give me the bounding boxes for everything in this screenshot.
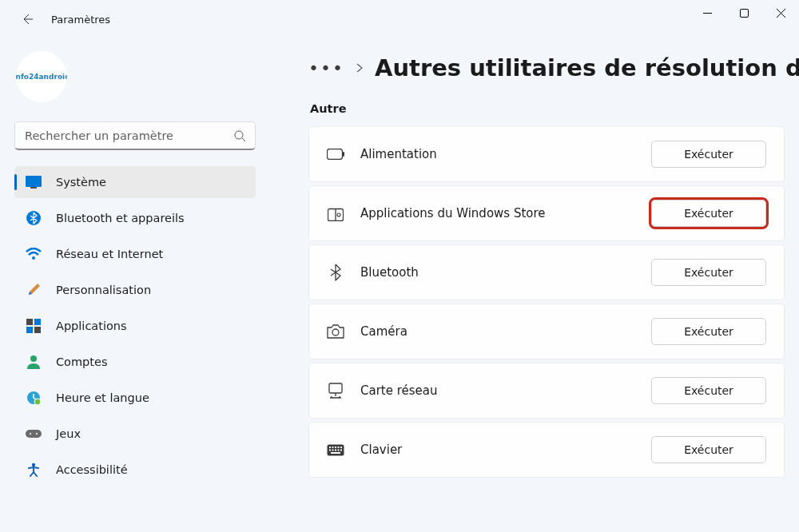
account-icon — [26, 354, 42, 370]
svg-point-14 — [30, 433, 31, 435]
nav: Système Bluetooth et appareils Réseau et… — [14, 166, 256, 490]
search-icon — [233, 129, 246, 142]
troubleshooter-list: Alimentation Exécuter Applications du Wi… — [308, 126, 785, 478]
arrow-left-icon — [21, 13, 34, 26]
troubleshooter-label: Bluetooth — [360, 265, 651, 280]
troubleshooter-bluetooth[interactable]: Bluetooth Exécuter — [308, 244, 785, 300]
time-icon — [26, 390, 42, 406]
execute-button[interactable]: Exécuter — [651, 200, 766, 227]
minimize-button[interactable] — [689, 0, 725, 26]
svg-rect-0 — [740, 9, 748, 17]
svg-point-21 — [332, 329, 339, 335]
svg-rect-8 — [26, 327, 33, 333]
svg-rect-7 — [34, 319, 41, 325]
nav-item-label: Réseau et Internet — [56, 248, 163, 260]
svg-rect-13 — [26, 430, 42, 438]
nav-item-personalization[interactable]: Personnalisation — [14, 274, 256, 306]
avatar[interactable]: info24android — [16, 51, 67, 102]
network-card-icon — [327, 382, 344, 399]
breadcrumb-more[interactable]: ••• — [308, 58, 344, 78]
svg-point-10 — [30, 355, 37, 362]
svg-rect-26 — [335, 447, 336, 448]
app-title: Paramètres — [51, 14, 110, 26]
back-button[interactable] — [19, 11, 35, 27]
execute-button[interactable]: Exécuter — [651, 377, 766, 404]
nav-item-label: Personnalisation — [56, 284, 151, 296]
execute-button[interactable]: Exécuter — [651, 436, 766, 463]
search-input[interactable] — [14, 121, 256, 150]
svg-point-5 — [32, 256, 35, 260]
nav-item-bluetooth[interactable]: Bluetooth et appareils — [14, 202, 256, 234]
minimize-icon — [703, 9, 712, 18]
nav-item-label: Applications — [56, 320, 127, 332]
games-icon — [26, 426, 42, 442]
nav-item-apps[interactable]: Applications — [14, 310, 256, 342]
svg-point-15 — [36, 433, 38, 435]
svg-point-20 — [337, 213, 340, 216]
nav-item-accessibility[interactable]: Accessibilité — [14, 454, 256, 486]
svg-point-12 — [34, 399, 41, 405]
sidebar: info24android Système Bluetooth et appar… — [0, 38, 264, 532]
chevron-right-icon — [356, 63, 364, 73]
camera-icon — [327, 323, 344, 340]
troubleshooter-power[interactable]: Alimentation Exécuter — [308, 126, 785, 182]
nav-item-network[interactable]: Réseau et Internet — [14, 238, 256, 270]
avatar-text: info24android — [16, 73, 67, 81]
close-button[interactable] — [762, 0, 799, 26]
svg-rect-29 — [329, 449, 331, 451]
svg-rect-31 — [335, 449, 336, 451]
troubleshooter-label: Carte réseau — [360, 383, 651, 398]
svg-rect-9 — [34, 327, 41, 333]
apps-icon — [26, 318, 42, 334]
troubleshooter-keyboard[interactable]: Clavier Exécuter — [308, 422, 785, 478]
nav-item-label: Heure et langue — [56, 391, 149, 404]
close-icon — [777, 9, 785, 18]
svg-rect-25 — [332, 447, 334, 448]
svg-rect-28 — [340, 447, 342, 448]
execute-button[interactable]: Exécuter — [651, 318, 766, 345]
svg-rect-32 — [338, 449, 340, 451]
svg-rect-17 — [328, 149, 343, 160]
svg-rect-33 — [340, 449, 342, 451]
svg-rect-30 — [332, 449, 334, 451]
troubleshooter-windows-store-apps[interactable]: Applications du Windows Store Exécuter — [308, 185, 785, 241]
svg-rect-18 — [343, 152, 344, 157]
troubleshooter-camera[interactable]: Caméra Exécuter — [308, 304, 785, 359]
svg-point-1 — [235, 131, 243, 139]
troubleshooter-label: Alimentation — [360, 147, 651, 161]
svg-rect-27 — [338, 447, 340, 448]
execute-button[interactable]: Exécuter — [651, 141, 766, 168]
section-title: Autre — [310, 102, 799, 115]
nav-item-label: Bluetooth et appareils — [56, 212, 185, 224]
troubleshooter-label: Caméra — [360, 324, 651, 339]
execute-button[interactable]: Exécuter — [651, 259, 766, 286]
nav-item-time-language[interactable]: Heure et langue — [14, 382, 256, 414]
nav-item-label: Système — [56, 176, 106, 189]
nav-item-system[interactable]: Système — [14, 166, 256, 198]
troubleshooter-network-adapter[interactable]: Carte réseau Exécuter — [308, 363, 785, 419]
bluetooth-outline-icon — [327, 264, 344, 281]
svg-rect-34 — [331, 452, 340, 454]
keyboard-icon — [327, 441, 344, 459]
battery-icon — [327, 145, 344, 163]
page-title: Autres utilitaires de résolution des pro… — [375, 54, 799, 81]
svg-rect-6 — [26, 319, 33, 325]
main-content: ••• Autres utilitaires de résolution des… — [264, 38, 799, 532]
bluetooth-icon — [26, 210, 42, 226]
svg-rect-22 — [329, 383, 342, 393]
nav-item-label: Accessibilité — [56, 463, 128, 476]
svg-rect-24 — [329, 447, 331, 448]
svg-rect-3 — [30, 187, 37, 189]
nav-item-label: Jeux — [56, 427, 81, 440]
troubleshooter-label: Applications du Windows Store — [360, 206, 651, 220]
display-icon — [26, 174, 42, 190]
brush-icon — [26, 282, 42, 298]
store-icon — [327, 204, 344, 222]
nav-item-accounts[interactable]: Comptes — [14, 346, 256, 378]
maximize-icon — [740, 9, 749, 18]
accessibility-icon — [26, 462, 42, 478]
troubleshooter-label: Clavier — [360, 443, 651, 457]
nav-item-label: Comptes — [56, 355, 108, 368]
nav-item-gaming[interactable]: Jeux — [14, 418, 256, 450]
maximize-button[interactable] — [725, 0, 762, 26]
